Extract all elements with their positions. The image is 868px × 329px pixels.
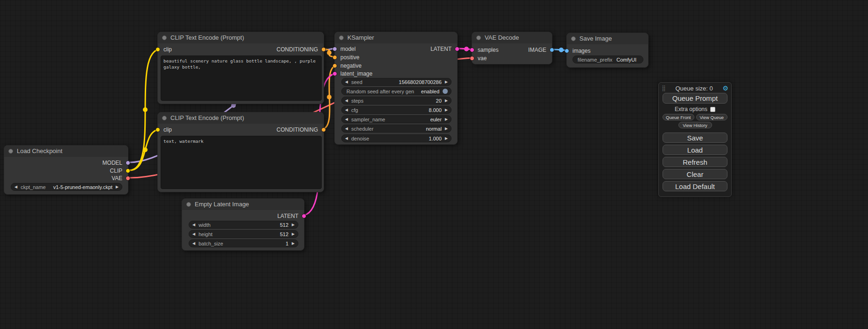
increment-icon[interactable]: ▶ [445,135,448,142]
increment-icon[interactable]: ▶ [445,106,448,113]
node-title: Empty Latent Image [195,201,249,208]
settings-gear-icon[interactable]: ⚙ [722,84,728,92]
increment-icon[interactable]: ▶ [445,78,448,85]
widget-value: 8.000 [358,107,442,113]
input-port-samples[interactable] [470,48,474,52]
node-title-bar[interactable]: KSampler [335,32,457,43]
load-button[interactable]: Load [663,145,727,155]
input-port-latent-image[interactable] [332,71,337,76]
output-port-image[interactable] [550,48,554,52]
node-title-bar[interactable]: Empty Latent Image [182,199,304,210]
input-port-vae[interactable] [470,56,474,61]
node-title-bar[interactable]: CLIP Text Encode (Prompt) [158,112,324,124]
prev-option-icon[interactable]: ◀ [345,125,348,132]
node-ksampler[interactable]: KSampler model positive negative latent_… [334,32,458,145]
prev-option-icon[interactable]: ◀ [14,183,17,190]
input-port-positive[interactable] [332,55,337,60]
wire-clip-positive [129,49,161,170]
view-history-button[interactable]: View History [678,122,712,128]
input-port-model[interactable] [332,47,337,51]
input-port-clip[interactable] [155,127,160,132]
increment-icon[interactable]: ▶ [292,231,295,238]
widget-value: 1 [223,241,289,246]
load-default-button[interactable]: Load Default [663,181,727,191]
link-dot [143,107,148,112]
height-widget[interactable]: ◀ height 512 ▶ [189,230,298,238]
node-title-bar[interactable]: VAE Decode [472,32,552,43]
decrement-icon[interactable]: ◀ [345,135,348,142]
batch-size-widget[interactable]: ◀ batch_size 1 ▶ [189,239,298,247]
seed-widget[interactable]: ◀ seed 156680208700286 ▶ [341,78,452,86]
decrement-icon[interactable]: ◀ [345,97,348,104]
output-port-model[interactable] [126,161,130,165]
node-title: CLIP Text Encode (Prompt) [170,114,244,121]
increment-icon[interactable]: ▶ [292,221,295,228]
clear-button[interactable]: Clear [663,169,727,179]
node-vae-decode[interactable]: VAE Decode samples vae IMAGE [472,32,552,64]
cfg-widget[interactable]: ◀ cfg 8.000 ▶ [341,106,452,114]
next-option-icon[interactable]: ▶ [445,116,448,123]
prev-option-icon[interactable]: ◀ [345,116,348,123]
input-label-latent-image: latent_image [340,70,373,77]
decrement-icon[interactable]: ◀ [192,240,195,247]
decrement-icon[interactable]: ◀ [345,78,348,85]
drag-handle-icon[interactable]: ⣿ [662,85,666,91]
collapse-dot-icon[interactable] [162,116,167,120]
random-seed-toggle-widget[interactable]: Random seed after every gen enabled [341,87,452,95]
filename-prefix-widget[interactable]: filename_prefix ComfyUI [572,56,643,63]
sampler-name-widget[interactable]: ◀ sampler_name euler ▶ [341,115,452,123]
next-option-icon[interactable]: ▶ [116,183,119,190]
node-clip-text-encode-negative[interactable]: CLIP Text Encode (Prompt) clip CONDITION… [157,112,324,192]
collapse-dot-icon[interactable] [8,149,13,154]
node-save-image[interactable]: Save Image images filename_prefix ComfyU… [566,33,649,68]
save-button[interactable]: Save [663,133,727,143]
output-port-clip[interactable] [126,168,130,173]
decrement-icon[interactable]: ◀ [192,231,195,238]
node-empty-latent-image[interactable]: Empty Latent Image LATENT ◀ width 512 ▶ … [182,198,304,251]
output-port-conditioning[interactable] [321,127,326,132]
positive-prompt-textarea[interactable]: beautiful scenery nature glass bottle la… [161,56,322,101]
input-label-vae: vae [478,55,487,62]
output-port-conditioning[interactable] [321,47,326,52]
collapse-dot-icon[interactable] [186,202,191,207]
node-graph-canvas[interactable]: Load Checkpoint MODEL CLIP VAE ◀ ckpt_na… [0,0,868,329]
extra-options-checkbox[interactable] [710,107,715,112]
ckpt-name-widget[interactable]: ◀ ckpt_name v1-5-pruned-emaonly.ckpt ▶ [11,183,122,191]
scheduler-widget[interactable]: ◀ scheduler normal ▶ [341,125,452,133]
collapse-dot-icon[interactable] [339,35,344,40]
queue-front-button[interactable]: Queue Front [663,114,694,120]
node-title-bar[interactable]: CLIP Text Encode (Prompt) [158,32,324,43]
output-port-vae[interactable] [126,176,130,181]
node-load-checkpoint[interactable]: Load Checkpoint MODEL CLIP VAE ◀ ckpt_na… [4,145,128,195]
output-label-model: MODEL [102,160,122,166]
widget-value: 156680208700286 [362,79,442,85]
increment-icon[interactable]: ▶ [292,240,295,247]
decrement-icon[interactable]: ◀ [345,106,348,113]
widget-value: euler [385,117,442,122]
input-port-images[interactable] [565,49,569,53]
output-port-latent[interactable] [302,214,306,218]
queue-prompt-button[interactable]: Queue Prompt [663,93,727,104]
toggle-indicator-icon[interactable] [443,89,448,94]
collapse-dot-icon[interactable] [571,36,576,41]
node-title-bar[interactable]: Load Checkpoint [4,146,128,157]
collapse-dot-icon[interactable] [476,35,481,40]
collapse-dot-icon[interactable] [162,35,167,40]
next-option-icon[interactable]: ▶ [445,125,448,132]
denoise-widget[interactable]: ◀ denoise 1.000 ▶ [341,134,452,142]
negative-prompt-textarea[interactable]: text, watermark [161,136,322,189]
widget-label: Random seed after every gen [346,89,414,94]
input-label-positive: positive [340,54,360,61]
increment-icon[interactable]: ▶ [445,97,448,104]
steps-widget[interactable]: ◀ steps 20 ▶ [341,97,452,105]
widget-label: scheduler [351,126,374,132]
refresh-button[interactable]: Refresh [663,157,727,167]
node-clip-text-encode-positive[interactable]: CLIP Text Encode (Prompt) clip CONDITION… [157,32,324,104]
decrement-icon[interactable]: ◀ [192,221,195,228]
input-port-clip[interactable] [155,47,160,52]
node-title-bar[interactable]: Save Image [567,33,648,44]
input-port-negative[interactable] [332,63,337,68]
view-queue-button[interactable]: View Queue [696,114,728,120]
width-widget[interactable]: ◀ width 512 ▶ [189,221,298,229]
output-port-latent[interactable] [455,47,459,51]
